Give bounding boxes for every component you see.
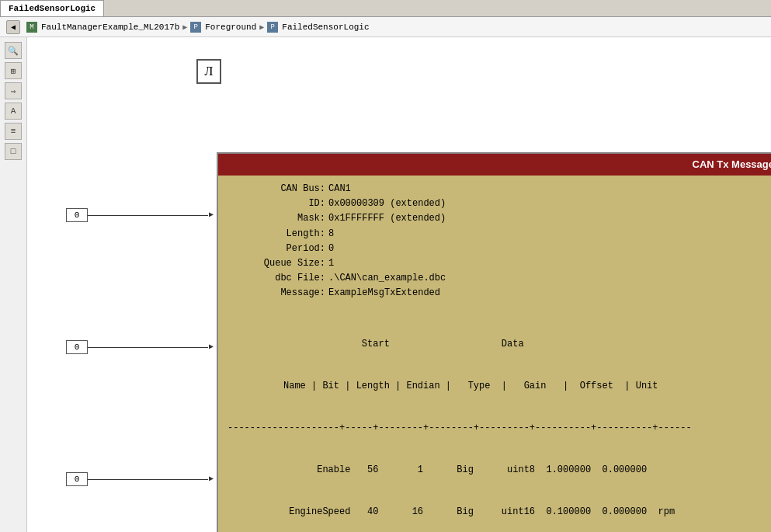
text-button[interactable]: A — [5, 103, 22, 120]
can-block-header: CAN Tx Message — [218, 154, 771, 176]
can-info-dbcfile: dbc File: .\CAN\can_example.dbc — [227, 271, 771, 286]
can-info-table: CAN Bus: CAN1 ID: 0x00000309 (extended) … — [227, 182, 771, 301]
port-enable-box: 0 — [66, 208, 88, 222]
breadcrumb-label-1: Foreground — [205, 23, 256, 32]
breadcrumb-arrow-1: ▶ — [259, 23, 264, 32]
tab-bar: FailedSensorLogic — [0, 0, 771, 17]
can-info-mask: Mask: 0x1FFFFFFF (extended) — [227, 211, 771, 226]
signal-header-row1: Start Data — [227, 337, 771, 351]
breadcrumb-label-0: FaultManagerExample_ML2017b — [41, 23, 179, 32]
breadcrumb-item-0[interactable]: M FaultManagerExample_ML2017b — [26, 22, 179, 33]
can-info-message: Message: ExampleMsgTxExtended — [227, 286, 771, 301]
main-layout: 🔍 ⊞ ⇒ A ≡ □ Л 0 ▶ Enable 0 ▶ — [0, 37, 771, 532]
signal-divider: --------------------+-----+--------+----… — [227, 421, 771, 435]
breadcrumb-label-2: FailedSensorLogic — [282, 23, 369, 32]
breadcrumb-icon-0: M — [26, 22, 37, 33]
can-info-id: ID: 0x00000309 (extended) — [227, 196, 771, 211]
forward-button[interactable]: ⇒ — [5, 82, 22, 99]
signal-row-enable: Enable 56 1 Big uint8 1.000000 0.000000 — [227, 463, 771, 477]
can-info-period: Period: 0 — [227, 242, 771, 256]
signal-row-enginespeed: EngineSpeed 40 16 Big uint16 0.100000 0.… — [227, 505, 771, 519]
breadcrumb-icon-2: P — [267, 22, 278, 33]
breadcrumb-item-1[interactable]: P Foreground — [190, 22, 256, 33]
breadcrumb-arrow-0: ▶ — [182, 23, 187, 32]
can-info-queuesize: Queue Size: 1 — [227, 256, 771, 271]
block-icon: Л — [196, 59, 221, 84]
breadcrumb-icon-1: P — [190, 22, 201, 33]
left-toolbar: 🔍 ⊞ ⇒ A ≡ □ — [0, 37, 27, 532]
can-block: CAN Tx Message CAN Bus: CAN1 ID: 0x00000… — [217, 152, 771, 532]
can-info-canbus: CAN Bus: CAN1 — [227, 182, 771, 196]
back-button[interactable]: ◀ — [6, 20, 20, 34]
fit-button[interactable]: ⊞ — [5, 62, 22, 79]
zoom-in-button[interactable]: 🔍 — [5, 42, 22, 59]
tab-failed-sensor-logic[interactable]: FailedSensorLogic — [0, 0, 104, 16]
signal-header-row2: Name | Bit | Length | Endian | Type | Ga… — [227, 379, 771, 393]
can-info-length: Length: 8 — [227, 227, 771, 242]
signal-table: Start Data Name | Bit | Length | Endian … — [227, 309, 771, 533]
breadcrumb-bar: ◀ M FaultManagerExample_ML2017b ▶ P Fore… — [0, 17, 771, 37]
port-enginetemperature-box: 0 — [66, 472, 88, 486]
list-button[interactable]: ≡ — [5, 123, 22, 140]
canvas-area[interactable]: Л 0 ▶ Enable 0 ▶ EngineSpeed 0 — [27, 37, 771, 532]
breadcrumb-item-2[interactable]: P FailedSensorLogic — [267, 22, 369, 33]
rect-button[interactable]: □ — [5, 143, 22, 160]
tab-label: FailedSensorLogic — [9, 4, 96, 13]
can-block-content: CAN Bus: CAN1 ID: 0x00000309 (extended) … — [218, 176, 771, 532]
port-enginespeed-box: 0 — [66, 340, 88, 354]
